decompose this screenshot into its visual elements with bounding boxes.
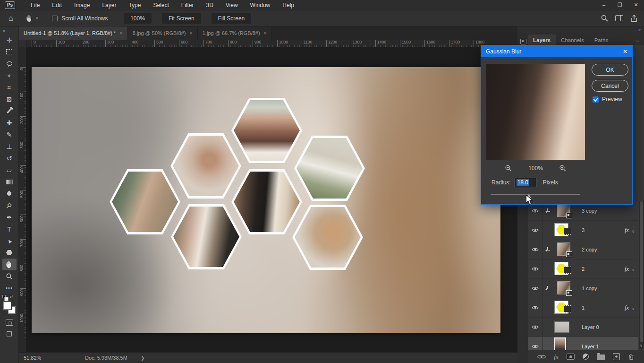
history-brush-tool[interactable]: ↺ <box>2 152 17 164</box>
status-options-chevron[interactable]: ❯ <box>141 355 144 361</box>
layer-visibility-toggle[interactable] <box>528 318 543 337</box>
home-icon[interactable]: ⌂ <box>8 14 13 23</box>
layer-effects-badge[interactable]: fx <box>625 265 635 273</box>
search-icon[interactable] <box>601 14 609 22</box>
zoom-tool[interactable] <box>2 270 17 282</box>
document-tab-8jpg[interactable]: 8.jpg @ 50% (RGB/8#) × <box>128 26 198 40</box>
tab-channels[interactable]: Channels <box>556 35 589 45</box>
hand-tool[interactable] <box>2 259 17 270</box>
dialog-title-bar[interactable]: Gaussian Blur ✕ <box>481 45 632 57</box>
menu-item[interactable]: Edit <box>46 2 68 9</box>
vector-mask-thumbnail[interactable] <box>564 228 571 235</box>
fit-screen-button[interactable]: Fit Screen <box>162 13 201 24</box>
share-icon[interactable] <box>630 14 638 23</box>
crop-tool[interactable]: ⌗ <box>2 81 17 93</box>
menu-item[interactable]: Type <box>122 2 147 9</box>
blur-tool[interactable] <box>2 188 17 199</box>
eyedropper-tool[interactable] <box>2 105 17 117</box>
close-tab-icon[interactable]: × <box>119 30 122 36</box>
scroll-all-windows-checkbox[interactable] <box>52 16 58 21</box>
collapse-panel-icon[interactable]: » <box>3 28 5 33</box>
layer-thumbnail[interactable] <box>553 242 578 258</box>
eraser-tool[interactable]: ▱ <box>2 164 17 176</box>
default-colors-icon[interactable]: ⇄ <box>2 294 13 299</box>
pen-tool[interactable]: ✒ <box>2 211 17 223</box>
menu-item[interactable]: 3D <box>200 2 219 9</box>
layers-scrollbar[interactable]: ∨ <box>639 201 644 349</box>
path-selection-tool[interactable]: ▲ <box>2 235 17 247</box>
tab-paths[interactable]: Paths <box>589 35 613 45</box>
type-tool[interactable]: T <box>2 223 17 235</box>
radius-input[interactable]: 18.0 <box>515 178 536 187</box>
collapsed-panel-icon[interactable] <box>520 39 526 44</box>
document-tab-untitled[interactable]: Untitled-1 @ 51.8% (Layer 1, RGB/8#) * × <box>19 26 128 40</box>
layer-visibility-toggle[interactable] <box>528 259 543 278</box>
layer-thumbnail[interactable] <box>553 222 578 238</box>
restore-button[interactable]: ❐ <box>612 2 628 8</box>
rectangular-marquee-tool[interactable] <box>2 46 17 58</box>
layer-visibility-toggle[interactable] <box>528 298 543 317</box>
document-canvas[interactable] <box>32 67 500 333</box>
tab-layers[interactable]: Layers <box>528 35 556 45</box>
screen-mode-icon[interactable]: ❐ <box>6 330 12 338</box>
preview-checkbox[interactable] <box>593 96 599 103</box>
hand-tool-options-icon[interactable]: ∨ <box>25 14 38 22</box>
layer-thumbnail[interactable] <box>553 280 578 296</box>
layer-visibility-toggle[interactable] <box>528 221 543 240</box>
scrollbar-thumb[interactable] <box>640 201 643 342</box>
3[interactable]: 3 fx <box>528 221 638 240</box>
adjustment-layer-icon[interactable] <box>583 354 589 360</box>
gradient-tool[interactable] <box>2 176 17 188</box>
lasso-tool[interactable] <box>2 58 17 69</box>
close-button[interactable]: ✕ <box>628 2 644 8</box>
cancel-button[interactable]: Cancel <box>592 80 628 92</box>
chevron-down-icon[interactable] <box>629 226 635 234</box>
add-mask-icon[interactable] <box>567 354 575 360</box>
vector-mask-thumbnail[interactable] <box>564 267 571 274</box>
blur-preview-image[interactable] <box>486 64 585 160</box>
radius-slider[interactable] <box>491 194 580 195</box>
close-tab-icon[interactable]: × <box>189 30 192 36</box>
fill-screen-button[interactable]: Fill Screen <box>212 13 252 24</box>
link-layers-icon[interactable] <box>537 354 546 360</box>
close-tab-icon[interactable]: × <box>264 30 267 36</box>
move-tool[interactable]: ✛ <box>2 34 17 46</box>
Layer 0[interactable]: Layer 0 fx <box>528 318 638 337</box>
menu-item[interactable]: Help <box>276 2 300 9</box>
menu-item[interactable]: Select <box>147 2 175 9</box>
ok-button[interactable]: OK <box>592 64 628 76</box>
panel-menu-icon[interactable]: ≡ <box>636 38 639 45</box>
layer-thumbnail[interactable] <box>553 203 578 219</box>
quick-mask-icon[interactable] <box>6 320 13 326</box>
layer-thumbnail[interactable] <box>553 261 578 277</box>
healing-brush-tool[interactable]: ✚ <box>2 117 17 129</box>
layer-thumbnail[interactable] <box>553 300 578 316</box>
brush-tool[interactable]: ✎ <box>2 129 17 140</box>
menu-item[interactable]: Layer <box>96 2 122 9</box>
shape-tool[interactable] <box>2 247 17 259</box>
layer-visibility-toggle[interactable] <box>528 279 543 298</box>
edit-toolbar-icon[interactable]: ••• <box>6 285 13 291</box>
zoom-out-icon[interactable] <box>505 164 512 172</box>
1[interactable]: 1 fx <box>528 298 638 318</box>
layer-style-icon[interactable]: fx <box>554 353 558 361</box>
dodge-tool[interactable]: ⚲ <box>2 199 17 211</box>
zoom-in-icon[interactable] <box>559 164 567 172</box>
zoom-100-button[interactable]: 100% <box>124 13 152 24</box>
workspace-switcher-icon[interactable] <box>615 15 623 21</box>
layer-effects-badge[interactable]: fx <box>625 303 635 312</box>
menu-item[interactable]: Window <box>244 2 277 9</box>
collapse-dock-icon[interactable]: » <box>638 27 640 32</box>
menu-item[interactable]: File <box>25 2 46 9</box>
1 copy[interactable]: 1 copy fx <box>528 279 638 298</box>
layer-visibility-toggle[interactable] <box>528 240 543 259</box>
frame-tool[interactable]: ⊠ <box>2 93 17 105</box>
document-tab-1jpg[interactable]: 1.jpg @ 66.7% (RGB/8#) × <box>198 26 272 40</box>
2 copy[interactable]: 2 copy fx <box>528 240 638 259</box>
vector-mask-thumbnail[interactable] <box>564 305 571 312</box>
chevron-down-icon[interactable] <box>629 303 635 312</box>
scroll-down-icon[interactable]: ∨ <box>639 344 644 348</box>
zoom-level-field[interactable]: 51.82% <box>24 355 57 361</box>
2[interactable]: 2 fx <box>528 259 638 279</box>
new-layer-icon[interactable]: + <box>613 353 620 360</box>
